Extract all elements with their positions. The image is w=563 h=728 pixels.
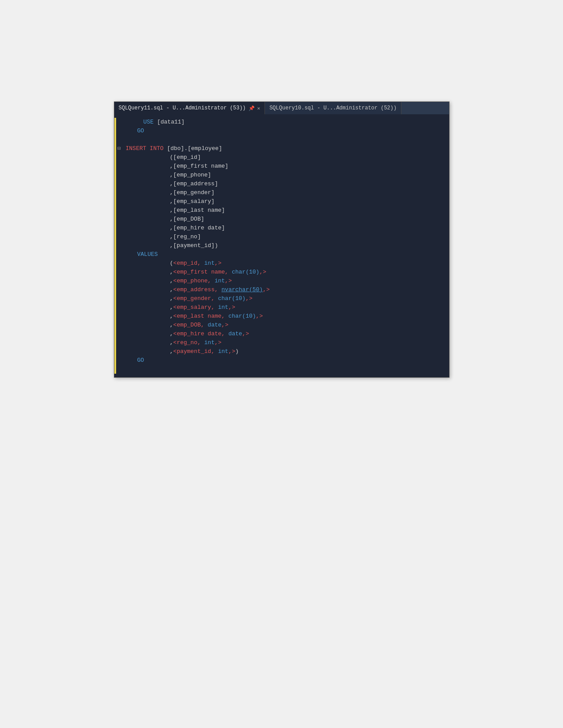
tab-sqlquery10[interactable]: SQLQuery10.sql - U...Administrator (52)) xyxy=(265,102,401,114)
line-val5: ,<emp_gender, char(10),> xyxy=(126,294,446,303)
line-values: VALUES xyxy=(126,250,446,259)
code-content: USE [data11] GO INSERT INTO [dbo].[emplo… xyxy=(122,118,449,374)
line-val1: (<emp_id, int,> xyxy=(126,259,446,268)
line-col2: ,[emp_first name] xyxy=(126,162,446,171)
collapse-gutter: ⊟ xyxy=(116,118,122,374)
line-val11: ,<payment_id, int,>) xyxy=(126,347,446,356)
kw-go2: GO xyxy=(137,356,144,365)
line-insert: INSERT INTO [dbo].[employee] xyxy=(126,144,446,153)
close-icon-1[interactable]: ✕ xyxy=(257,105,261,111)
tab-bar: SQLQuery11.sql - U...Administrator (53))… xyxy=(114,102,449,114)
line-val3: ,<emp_phone, int,> xyxy=(126,277,446,285)
line-col4: ,[emp_address] xyxy=(126,180,446,188)
line-val10: ,<reg_no, int,> xyxy=(126,338,446,347)
line-col8: ,[emp_DOB] xyxy=(126,215,446,224)
line-blank xyxy=(126,135,446,144)
line-col10: ,[reg_no] xyxy=(126,233,446,241)
line-val4: ,<emp_address, nvarchar(50),> xyxy=(126,285,446,294)
kw-values: VALUES xyxy=(137,250,158,259)
line-col9: ,[emp_hire date] xyxy=(126,224,446,233)
line-val2: ,<emp_first name, char(10),> xyxy=(126,268,446,277)
line-go2: GO xyxy=(126,356,446,365)
line-col6: ,[emp_salary] xyxy=(126,197,446,206)
kw-go1: GO xyxy=(137,127,144,135)
collapse-cell xyxy=(116,118,122,127)
pin-icon: 📌 xyxy=(249,105,255,111)
tab-sqlquery11[interactable]: SQLQuery11.sql - U...Administrator (53))… xyxy=(114,102,265,114)
tab-label-2: SQLQuery10.sql - U...Administrator (52)) xyxy=(269,105,397,111)
kw-insert: INSERT INTO xyxy=(126,144,164,153)
editor-window: SQLQuery11.sql - U...Administrator (53))… xyxy=(114,101,450,378)
kw-use: USE xyxy=(144,118,154,127)
line-val8: ,<emp_DOB, date,> xyxy=(126,321,446,330)
code-area: ⊟ xyxy=(114,114,449,377)
line-col7: ,[emp_last name] xyxy=(126,206,446,215)
line-col11: ,[payment_id]) xyxy=(126,241,446,250)
line-col5: ,[emp_gender] xyxy=(126,188,446,197)
collapse-cell-insert[interactable]: ⊟ xyxy=(116,144,122,153)
line-col1: ([emp_id] xyxy=(126,153,446,162)
line-val6: ,<emp_salary, int,> xyxy=(126,303,446,312)
line-val7: ,<emp_last name, char(10),> xyxy=(126,312,446,321)
line-use: USE [data11] xyxy=(126,118,446,127)
line-col3: ,[emp_phone] xyxy=(126,171,446,180)
line-val9: ,<emp_hire date, date,> xyxy=(126,330,446,338)
tab-label-1: SQLQuery11.sql - U...Administrator (53)) xyxy=(119,105,246,111)
collapse-cell xyxy=(116,127,122,135)
collapse-minus[interactable]: ⊟ xyxy=(117,146,121,151)
line-go1: GO xyxy=(126,127,446,135)
bottom-padding xyxy=(126,365,446,374)
collapse-cell xyxy=(116,135,122,144)
